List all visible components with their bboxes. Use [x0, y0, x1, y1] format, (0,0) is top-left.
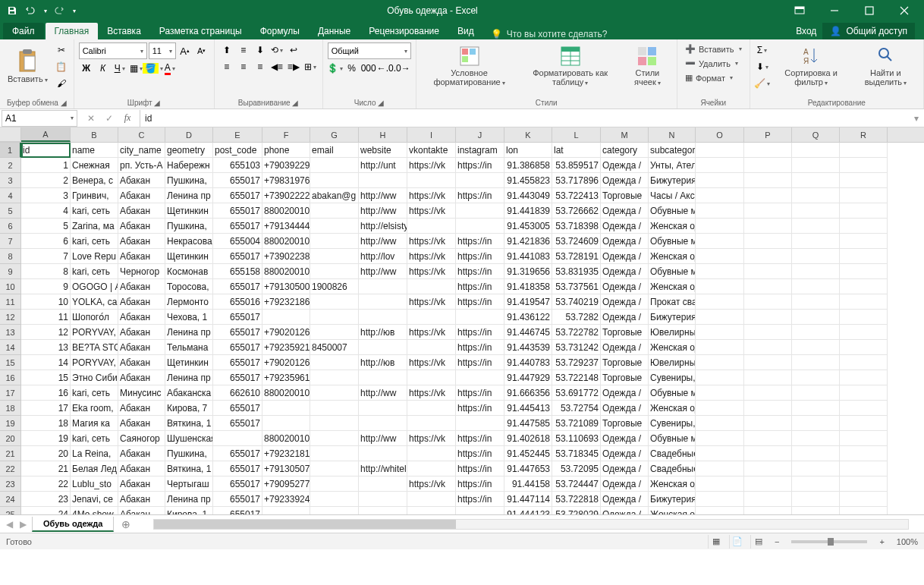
increase-indent-icon[interactable]: ≡▶ — [286, 59, 301, 74]
cell[interactable] — [359, 173, 407, 188]
cell[interactable]: 53.728191 — [552, 249, 601, 264]
cell[interactable] — [792, 476, 840, 492]
decrease-font-icon[interactable]: A▾ — [194, 43, 209, 58]
cell[interactable] — [310, 310, 359, 325]
tab-page-layout[interactable]: Разметка страницы — [150, 23, 251, 39]
cell[interactable]: https://in — [456, 492, 504, 507]
tab-nav-prev-icon[interactable]: ◀ — [3, 519, 15, 530]
zoom-in-icon[interactable]: + — [876, 537, 887, 546]
align-right-icon[interactable]: ≡ — [253, 59, 268, 74]
col-header[interactable]: J — [456, 127, 504, 142]
formula-input[interactable]: id — [140, 113, 909, 124]
cell[interactable]: +79235961745 — [262, 370, 310, 385]
cell[interactable]: 655017 — [213, 507, 262, 514]
align-top-icon[interactable]: ⬆ — [219, 42, 234, 58]
cell[interactable] — [696, 173, 744, 188]
cell[interactable] — [407, 401, 456, 416]
cell[interactable]: Лермонто — [165, 294, 213, 310]
cell[interactable]: 4Me show — [71, 507, 118, 514]
cell[interactable] — [840, 416, 888, 431]
cell[interactable]: 17 — [21, 401, 71, 416]
cell[interactable]: http://юв — [359, 355, 407, 370]
cell[interactable] — [456, 310, 504, 325]
cell[interactable]: Одежда / — [601, 446, 649, 461]
cell[interactable]: email — [310, 143, 359, 158]
cell[interactable]: 91.453005 — [504, 219, 552, 234]
cell[interactable]: lat — [552, 143, 601, 158]
page-break-view-icon[interactable]: ▤ — [750, 535, 767, 549]
comma-icon[interactable]: 000 — [361, 61, 376, 76]
cell[interactable]: Абакан — [118, 446, 165, 461]
cell[interactable]: http://unt — [359, 158, 407, 173]
cell[interactable]: 91.441083 — [504, 249, 552, 264]
col-header[interactable]: P — [744, 127, 792, 142]
cell[interactable] — [359, 507, 407, 514]
cell[interactable] — [310, 158, 359, 173]
cell[interactable]: https://in — [456, 431, 504, 446]
cell[interactable]: 91.447653 — [504, 461, 552, 476]
align-bottom-icon[interactable]: ⬇ — [253, 42, 268, 58]
cell[interactable]: Одежда / — [601, 219, 649, 234]
col-header[interactable]: F — [262, 127, 310, 142]
orientation-icon[interactable]: ⟲▾ — [269, 42, 284, 58]
cell[interactable]: 53.717896 — [552, 173, 601, 188]
cell[interactable]: 655017 — [213, 492, 262, 507]
cell[interactable]: +73902238797, 88002 — [262, 249, 310, 264]
cell[interactable]: Одежда / — [601, 401, 649, 416]
cell[interactable] — [310, 370, 359, 385]
row-header[interactable]: 18 — [0, 401, 21, 416]
cell[interactable]: 91.455823 — [504, 173, 552, 188]
cell[interactable] — [792, 492, 840, 507]
cell[interactable] — [696, 385, 744, 401]
cell[interactable]: 655017 — [213, 325, 262, 340]
cell[interactable]: https://in — [456, 188, 504, 203]
cell[interactable]: Обувные магазины, Сумки / Кожгалантерея,… — [649, 264, 696, 279]
cell[interactable]: https://vk — [407, 431, 456, 446]
cell[interactable]: Абакан — [118, 476, 165, 492]
row-header[interactable]: 7 — [0, 234, 21, 249]
cell[interactable]: 18 — [21, 416, 71, 431]
row-header[interactable]: 12 — [0, 310, 21, 325]
cell[interactable]: Одежда / — [601, 431, 649, 446]
cell[interactable] — [310, 325, 359, 340]
cell[interactable]: http://ww — [359, 385, 407, 401]
cell[interactable]: 91.402618 — [504, 431, 552, 446]
cell[interactable] — [359, 370, 407, 385]
row-header[interactable]: 15 — [0, 355, 21, 370]
cell[interactable] — [407, 219, 456, 234]
cell[interactable] — [840, 401, 888, 416]
col-header[interactable]: L — [552, 127, 601, 142]
cell[interactable]: city_name — [118, 143, 165, 158]
cell[interactable]: Одежда / — [601, 385, 649, 401]
cell[interactable]: Космонав — [165, 264, 213, 279]
cell[interactable] — [696, 264, 744, 279]
cell[interactable]: phone — [262, 143, 310, 158]
cell[interactable]: subcategory — [649, 143, 696, 158]
cell[interactable]: Торговые — [601, 416, 649, 431]
cell[interactable] — [840, 507, 888, 514]
cell[interactable] — [792, 143, 840, 158]
cell[interactable]: Набережн — [165, 158, 213, 173]
col-header[interactable]: O — [696, 127, 744, 142]
cell[interactable] — [792, 279, 840, 294]
row-header[interactable]: 6 — [0, 219, 21, 234]
col-header[interactable]: B — [71, 127, 118, 142]
cell[interactable]: 91.446745 — [504, 325, 552, 340]
cell[interactable] — [840, 446, 888, 461]
cell[interactable]: 1900826 — [310, 279, 359, 294]
cell[interactable]: YOLKA, са — [71, 294, 118, 310]
cell[interactable]: https://in — [456, 279, 504, 294]
cell[interactable]: post_code — [213, 143, 262, 158]
cell[interactable] — [213, 431, 262, 446]
cell[interactable] — [696, 203, 744, 219]
cell[interactable]: 53.726662 — [552, 203, 601, 219]
cell[interactable] — [696, 431, 744, 446]
format-as-table-button[interactable]: Форматировать как таблицу▾ — [520, 42, 619, 91]
cell[interactable] — [792, 446, 840, 461]
cell[interactable]: vkontakte — [407, 143, 456, 158]
autosum-icon[interactable]: Σ▾ — [755, 42, 770, 58]
maximize-icon[interactable] — [853, 0, 886, 21]
cell[interactable]: 13 — [21, 340, 71, 355]
cell[interactable]: PORYVAY, — [71, 325, 118, 340]
cell[interactable] — [310, 234, 359, 249]
